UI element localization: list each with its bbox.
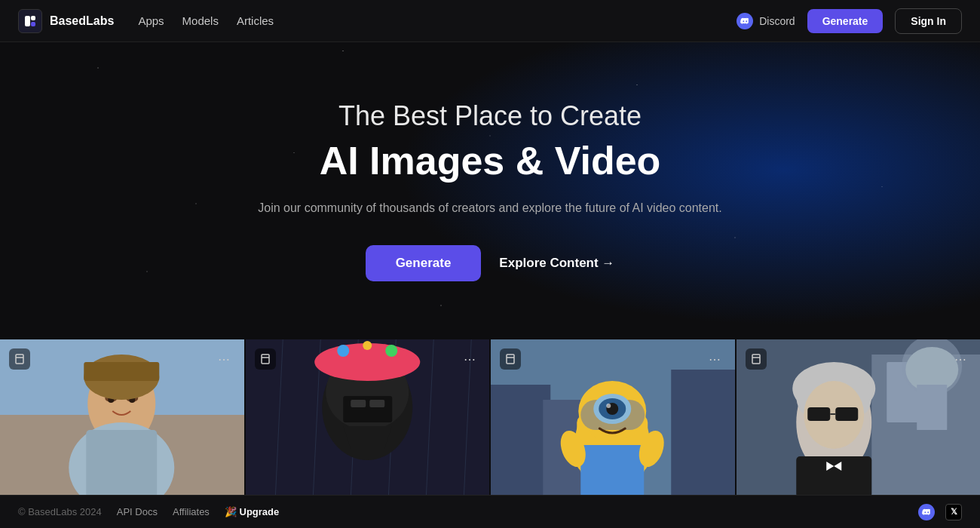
svg-rect-2 — [31, 22, 35, 26]
svg-rect-0 — [25, 16, 30, 26]
nav-right: Discord Generate Sign In — [737, 8, 962, 34]
gallery-save-4[interactable] — [746, 348, 767, 370]
hero-description: Join our community of thousands of creat… — [258, 201, 721, 215]
discord-label: Discord — [759, 15, 795, 27]
svg-rect-38 — [580, 445, 644, 498]
svg-point-44 — [606, 404, 611, 408]
generate-nav-button[interactable]: Generate — [807, 9, 884, 33]
nav-links: Apps Models Articles — [138, 14, 274, 27]
nav-articles[interactable]: Articles — [237, 14, 274, 27]
gallery-more-3[interactable]: ⋯ — [705, 348, 726, 370]
svg-rect-28 — [343, 396, 392, 422]
gallery-section: ⋯ — [0, 339, 980, 498]
gallery-more-2[interactable]: ⋯ — [459, 348, 480, 370]
svg-rect-65 — [752, 355, 760, 364]
footer-x-icon[interactable]: 𝕏 — [945, 504, 962, 520]
gallery-item-2: ⋯ — [246, 339, 492, 498]
svg-rect-53 — [917, 385, 947, 430]
gallery-more-4[interactable]: ⋯ — [950, 348, 971, 370]
svg-rect-59 — [807, 407, 830, 421]
gallery-save-1[interactable] — [9, 348, 30, 370]
footer-discord-icon[interactable] — [918, 504, 935, 520]
hero-content: The Best Place to Create AI Images & Vid… — [258, 100, 721, 281]
bookmark-icon-3 — [505, 354, 516, 364]
svg-rect-62 — [796, 456, 871, 498]
logo-svg — [23, 14, 37, 28]
footer-upgrade[interactable]: 🎉 Upgrade — [225, 506, 279, 517]
svg-rect-60 — [835, 407, 858, 421]
discord-footer-svg — [922, 508, 932, 516]
footer-affiliates[interactable]: Affiliates — [173, 506, 210, 517]
discord-button[interactable]: Discord — [737, 13, 795, 29]
nav-models[interactable]: Models — [182, 14, 219, 27]
brand-logo-icon — [18, 9, 42, 33]
bookmark-icon-4 — [751, 354, 761, 364]
gallery-save-3[interactable] — [500, 348, 521, 370]
gallery-overlay-2: ⋯ — [246, 339, 490, 379]
hero-actions: Generate Explore Content → — [258, 245, 721, 281]
bookmark-icon-2 — [260, 354, 271, 364]
brand-name: BasedLabs — [50, 14, 114, 28]
discord-svg — [740, 17, 750, 25]
footer-api-docs[interactable]: API Docs — [117, 506, 158, 517]
gallery-overlay-4: ⋯ — [737, 339, 981, 379]
svg-rect-33 — [491, 385, 550, 498]
gallery-more-1[interactable]: ⋯ — [214, 348, 235, 370]
footer-right: 𝕏 — [918, 504, 962, 520]
hero-subtitle: The Best Place to Create — [258, 100, 721, 132]
gallery-overlay-1: ⋯ — [0, 339, 244, 379]
svg-rect-30 — [369, 400, 384, 407]
svg-rect-29 — [351, 400, 366, 407]
brand: BasedLabs — [18, 9, 114, 33]
svg-rect-7 — [86, 430, 157, 498]
svg-rect-47 — [507, 355, 514, 364]
svg-rect-34 — [671, 370, 734, 498]
explore-content-button[interactable]: Explore Content → — [499, 256, 614, 271]
svg-rect-31 — [262, 355, 269, 364]
bookmark-icon — [14, 354, 25, 364]
svg-rect-1 — [31, 16, 35, 20]
hero-section: The Best Place to Create AI Images & Vid… — [0, 0, 980, 339]
navbar: BasedLabs Apps Models Articles Discord G… — [0, 0, 980, 42]
footer: © BasedLabs 2024 API Docs Affiliates 🎉 U… — [0, 495, 980, 528]
generate-hero-button[interactable]: Generate — [366, 245, 482, 281]
gallery-item-1: ⋯ — [0, 339, 246, 498]
svg-rect-14 — [16, 355, 23, 364]
signin-button[interactable]: Sign In — [895, 8, 962, 34]
gallery-item-4: ⋯ — [737, 339, 981, 498]
gallery-item-3: ⋯ — [491, 339, 737, 498]
discord-icon — [737, 13, 753, 29]
hero-title: AI Images & Video — [258, 138, 721, 183]
gallery-overlay-3: ⋯ — [491, 339, 735, 379]
nav-apps[interactable]: Apps — [138, 14, 164, 27]
footer-copyright: © BasedLabs 2024 — [18, 506, 102, 517]
gallery-save-2[interactable] — [255, 348, 276, 370]
